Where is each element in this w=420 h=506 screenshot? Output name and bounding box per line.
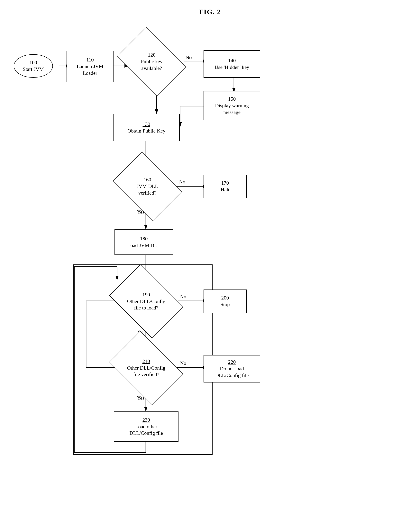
- node-140: 140Use 'Hidden' key: [204, 50, 260, 78]
- svg-text:No: No: [180, 294, 186, 300]
- page-title: FIG. 2: [0, 0, 420, 16]
- node-120: 120Public keyavailable?: [123, 41, 180, 82]
- node-170: 170Halt: [204, 175, 247, 198]
- node-130: 130Obtain Public Key: [113, 114, 180, 141]
- node-230: 230Load otherDLL/Config file: [114, 412, 179, 442]
- node-190: 190Other DLL/Configfile to load?: [116, 279, 177, 323]
- svg-text:No: No: [186, 55, 192, 60]
- svg-text:No: No: [180, 360, 186, 366]
- node-110: 110Launch JVMLoader: [67, 51, 113, 82]
- svg-text:No: No: [179, 179, 185, 185]
- node-220: 220Do not loadDLL/Config file: [204, 355, 260, 382]
- node-150: 150Display warningmessage: [204, 91, 260, 120]
- node-210: 210Other DLL/Configfile verified?: [116, 346, 177, 390]
- node-180: 180Load JVM DLL: [114, 229, 173, 255]
- node-100: 100 Start JVM: [14, 54, 53, 78]
- node-200: 200Stop: [204, 290, 247, 313]
- node-160: 160JVM DLLverified?: [119, 166, 176, 207]
